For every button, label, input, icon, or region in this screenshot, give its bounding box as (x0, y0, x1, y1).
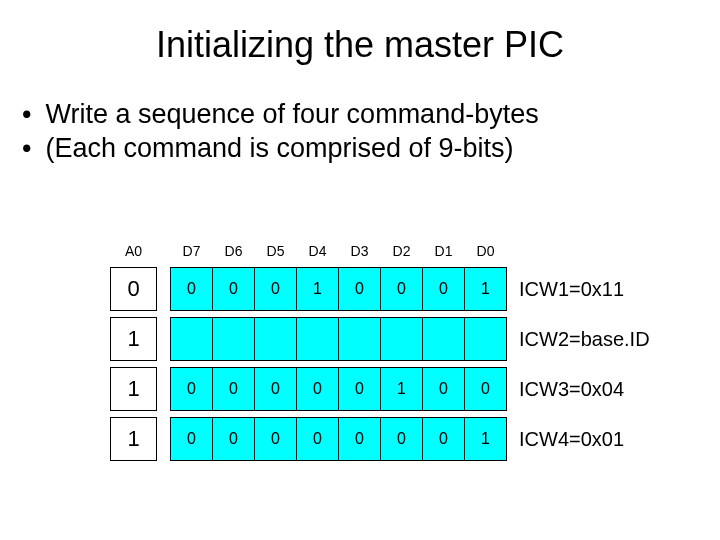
bit-cell: 1 (465, 418, 507, 461)
bullet-item: (Each command is comprised of 9-bits) (22, 132, 720, 166)
bit-cell (339, 318, 381, 361)
col-header: D1 (423, 240, 465, 268)
col-header: D0 (465, 240, 507, 268)
bit-cell (465, 318, 507, 361)
table-row: 1 ICW2=base.ID (111, 318, 680, 361)
bit-cell: 1 (381, 368, 423, 411)
bit-cell: 0 (255, 268, 297, 311)
col-header: A0 (111, 240, 157, 268)
bit-cell: 0 (339, 418, 381, 461)
bit-cell: 0 (171, 368, 213, 411)
col-header: D4 (297, 240, 339, 268)
col-header: D7 (171, 240, 213, 268)
a0-cell: 0 (111, 268, 157, 311)
row-label: ICW4=0x01 (507, 418, 680, 461)
table-header-row: A0 D7 D6 D5 D4 D3 D2 D1 D0 (111, 240, 680, 268)
table-row: 1 0 0 0 0 0 0 0 1 ICW4=0x01 (111, 418, 680, 461)
col-header: D2 (381, 240, 423, 268)
bit-cell: 0 (339, 268, 381, 311)
col-header: D6 (213, 240, 255, 268)
bit-cell (381, 318, 423, 361)
a0-cell: 1 (111, 418, 157, 461)
row-label: ICW3=0x04 (507, 368, 680, 411)
bit-cell: 0 (297, 368, 339, 411)
row-label: ICW1=0x11 (507, 268, 680, 311)
bit-cell: 0 (255, 418, 297, 461)
bit-cell: 0 (339, 368, 381, 411)
bit-cell: 1 (465, 268, 507, 311)
bullet-list: Write a sequence of four command-bytes (… (22, 98, 720, 166)
bit-cell: 0 (381, 268, 423, 311)
a0-cell: 1 (111, 368, 157, 411)
bit-cell: 0 (297, 418, 339, 461)
bit-cell (297, 318, 339, 361)
a0-cell: 1 (111, 318, 157, 361)
bit-cell: 0 (171, 418, 213, 461)
bit-cell (213, 318, 255, 361)
bit-cell (255, 318, 297, 361)
row-label: ICW2=base.ID (507, 318, 680, 361)
bit-cell: 0 (381, 418, 423, 461)
bit-cell: 0 (255, 368, 297, 411)
bullet-item: Write a sequence of four command-bytes (22, 98, 720, 132)
bit-cell: 1 (297, 268, 339, 311)
bit-cell: 0 (423, 418, 465, 461)
bit-cell: 0 (465, 368, 507, 411)
slide-title: Initializing the master PIC (0, 0, 720, 66)
bit-cell (171, 318, 213, 361)
table-row: 1 0 0 0 0 0 1 0 0 ICW3=0x04 (111, 368, 680, 411)
bit-cell: 0 (213, 418, 255, 461)
bit-cell (423, 318, 465, 361)
bit-cell: 0 (213, 368, 255, 411)
bit-cell: 0 (423, 268, 465, 311)
bit-table: A0 D7 D6 D5 D4 D3 D2 D1 D0 0 0 0 0 1 0 (110, 240, 680, 461)
bit-cell: 0 (171, 268, 213, 311)
col-header: D5 (255, 240, 297, 268)
bit-cell: 0 (423, 368, 465, 411)
bit-cell: 0 (213, 268, 255, 311)
col-header: D3 (339, 240, 381, 268)
table-row: 0 0 0 0 1 0 0 0 1 ICW1=0x11 (111, 268, 680, 311)
